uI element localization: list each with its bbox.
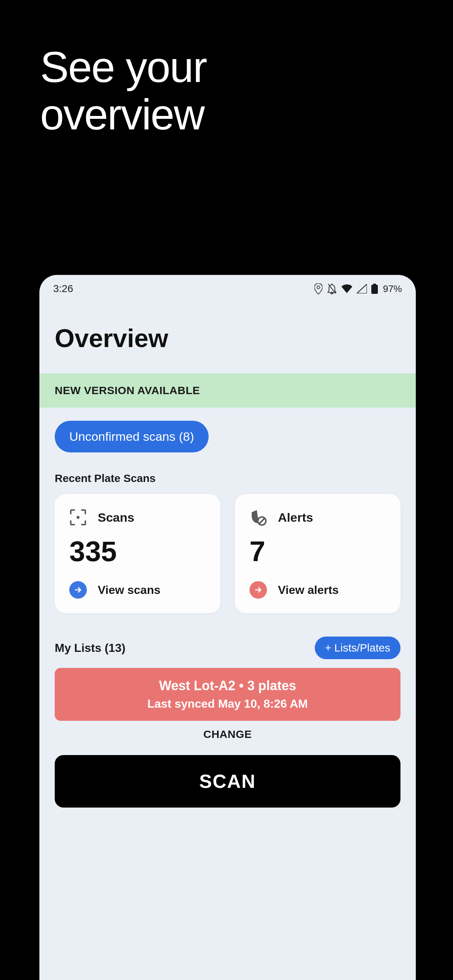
recent-scans-label: Recent Plate Scans [55, 472, 400, 485]
arrow-right-icon [249, 581, 267, 599]
status-bar: 3:26 97% [39, 275, 416, 300]
status-time: 3:26 [53, 283, 73, 294]
unconfirmed-scans-chip[interactable]: Unconfirmed scans (8) [55, 421, 209, 452]
notifications-off-icon [327, 283, 337, 294]
promo-line-2: overview [40, 91, 453, 138]
add-lists-plates-button[interactable]: + Lists/Plates [315, 636, 400, 659]
view-alerts-text: View alerts [278, 583, 339, 597]
svg-rect-0 [371, 285, 378, 294]
svg-point-2 [77, 516, 80, 519]
cellular-icon [357, 284, 367, 293]
view-scans-link[interactable]: View scans [69, 581, 206, 599]
svg-line-4 [259, 519, 265, 523]
wifi-icon [341, 285, 353, 293]
change-list-button[interactable]: CHANGE [55, 721, 400, 755]
view-scans-text: View scans [98, 583, 161, 597]
scans-card[interactable]: Scans 335 View scans [55, 494, 220, 613]
phone-frame: 3:26 97% Overview NEW VERSION AVAILABLE … [39, 275, 416, 980]
alerts-card[interactable]: Alerts 7 View alerts [235, 494, 400, 613]
scan-focus-icon [69, 509, 87, 526]
scans-card-title: Scans [98, 511, 134, 525]
update-banner[interactable]: NEW VERSION AVAILABLE [39, 373, 416, 407]
alerts-count: 7 [249, 535, 386, 568]
alerts-card-title: Alerts [278, 511, 313, 525]
location-icon [314, 283, 322, 294]
battery-percent: 97% [383, 283, 402, 294]
my-lists-label: My Lists (13) [55, 641, 126, 655]
promo-line-1: See your [40, 44, 453, 91]
arrow-right-icon [69, 581, 87, 599]
active-list-title: West Lot-A2 • 3 plates [65, 678, 390, 694]
battery-icon [371, 284, 378, 294]
scan-button[interactable]: SCAN [55, 755, 400, 808]
promo-headline: See your overview [0, 0, 453, 138]
scans-count: 335 [69, 535, 206, 568]
active-list-sync: Last synced May 10, 8:26 AM [65, 697, 390, 711]
view-alerts-link[interactable]: View alerts [249, 581, 386, 599]
active-list-banner[interactable]: West Lot-A2 • 3 plates Last synced May 1… [55, 668, 400, 721]
shield-alert-icon [249, 509, 267, 526]
svg-rect-1 [373, 284, 376, 285]
status-icons: 97% [314, 283, 402, 294]
page-title: Overview [39, 300, 416, 373]
